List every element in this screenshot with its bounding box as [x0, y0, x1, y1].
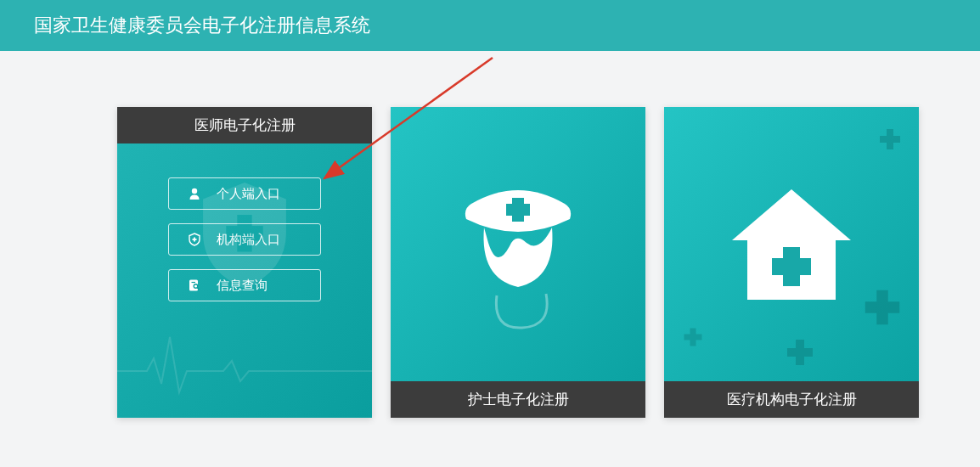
nurse-cap-icon [446, 160, 590, 329]
personal-entry-button[interactable]: 个人端入口 [168, 177, 321, 210]
plus-deco-icon [859, 284, 905, 330]
plus-deco-icon [783, 335, 817, 369]
header-title: 国家卫生健康委员会电子化注册信息系统 [34, 13, 370, 38]
svg-rect-12 [772, 258, 811, 275]
plus-deco-icon [681, 325, 705, 349]
plus-deco-icon [876, 126, 904, 153]
card-nurse-registration[interactable]: 护士电子化注册 [391, 107, 645, 418]
info-query-button[interactable]: 信息查询 [168, 269, 321, 301]
card-nurse-icon-area [391, 107, 645, 381]
search-doc-icon [188, 279, 201, 292]
org-plus-icon [188, 233, 201, 246]
card-facility-icon-area [664, 107, 919, 381]
org-entry-label: 机构端入口 [217, 232, 280, 248]
heartbeat-bg-icon [117, 324, 372, 401]
user-icon [188, 187, 201, 200]
card-doctor-registration: 医师电子化注册 个人端入口 [117, 107, 372, 418]
card-nurse-title: 护士电子化注册 [391, 381, 645, 418]
card-doctor-title: 医师电子化注册 [117, 107, 372, 143]
svg-point-2 [192, 188, 197, 194]
info-query-label: 信息查询 [217, 278, 268, 294]
hospital-house-icon [724, 181, 859, 308]
cards-container: 医师电子化注册 个人端入口 [0, 51, 980, 418]
card-doctor-body: 个人端入口 机构端入口 [117, 143, 372, 418]
org-entry-button[interactable]: 机构端入口 [168, 223, 321, 256]
svg-rect-10 [506, 204, 530, 216]
header-bar: 国家卫生健康委员会电子化注册信息系统 [0, 0, 980, 51]
personal-entry-label: 个人端入口 [217, 186, 280, 202]
card-facility-registration[interactable]: 医疗机构电子化注册 [664, 107, 919, 418]
card-facility-title: 医疗机构电子化注册 [664, 381, 919, 418]
